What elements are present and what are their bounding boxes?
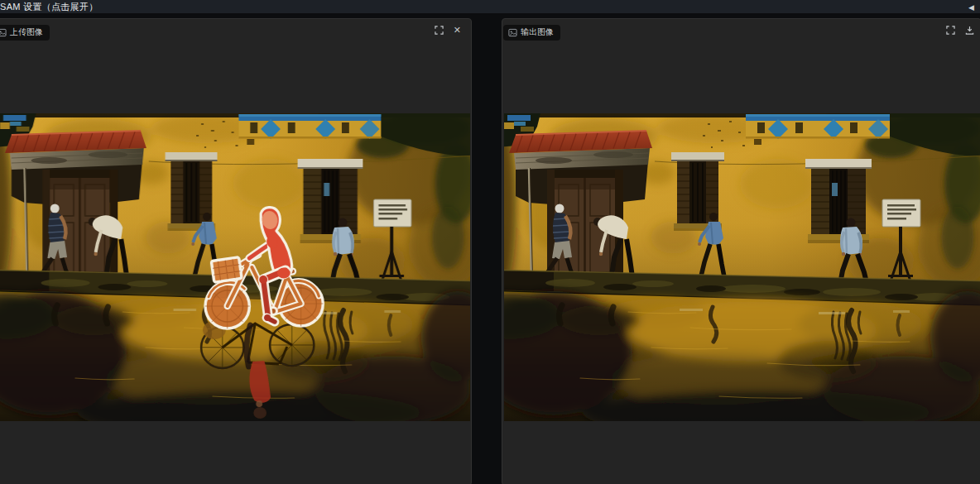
output-image-label-text: 输出图像 <box>521 26 554 38</box>
collapse-arrow-icon[interactable]: ◀ <box>968 1 974 14</box>
output-image-label: 输出图像 <box>503 25 560 41</box>
input-panel-toolbar: ✕ <box>435 26 461 35</box>
image-icon <box>0 28 7 37</box>
image-icon <box>508 28 517 37</box>
input-image-label: 上传图像 <box>0 25 50 41</box>
download-icon[interactable] <box>965 26 974 35</box>
output-image[interactable] <box>504 113 980 421</box>
input-image-label-text: 上传图像 <box>10 26 43 38</box>
close-icon[interactable]: ✕ <box>454 26 461 35</box>
input-image[interactable] <box>0 113 470 421</box>
accordion-title[interactable]: SAM 设置（点击展开） <box>0 0 98 13</box>
input-image-panel: 上传图像 ✕ <box>0 18 472 484</box>
output-image-panel: 输出图像 <box>502 18 980 484</box>
fullscreen-icon[interactable] <box>435 26 444 35</box>
sam-settings-accordion[interactable]: SAM 设置（点击展开） ◀ <box>0 0 980 13</box>
fullscreen-icon[interactable] <box>946 26 955 35</box>
output-panel-toolbar <box>946 26 974 35</box>
